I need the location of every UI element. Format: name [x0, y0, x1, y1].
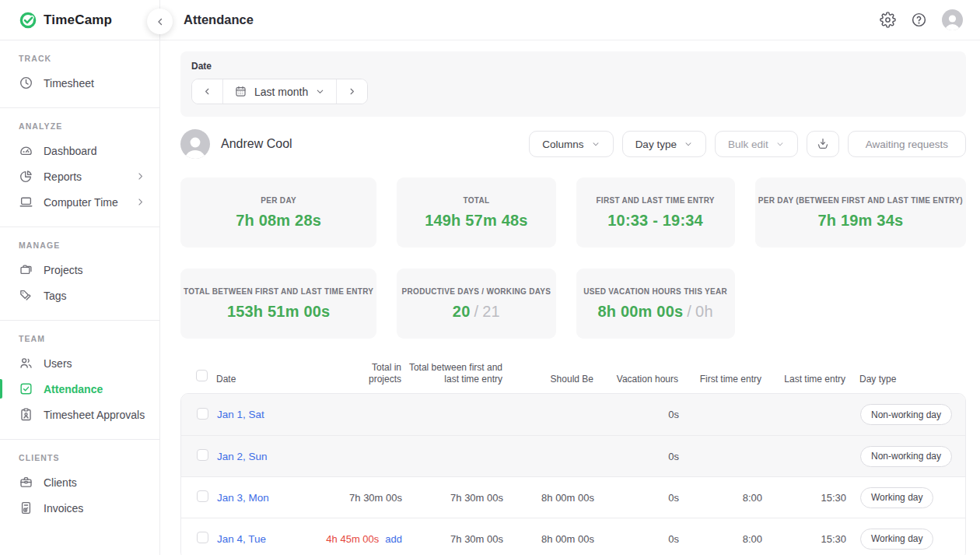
date-range-value: Last month: [254, 86, 308, 98]
stat-secondary: 0h: [695, 303, 713, 320]
row-checkbox[interactable]: [197, 449, 208, 461]
stat-primary: 149h 57m 48s: [425, 212, 528, 229]
stat-value: 7h 19m 34s: [817, 212, 903, 230]
user-avatar[interactable]: [942, 9, 963, 30]
export-download-icon: [816, 137, 830, 151]
date-link[interactable]: Jan 2, Sun: [217, 451, 268, 462]
sidebar-item-label: Timesheet: [44, 77, 94, 90]
under-hours-value: 4h 45m 00s: [326, 533, 379, 545]
stat-label: TOTAL BETWEEN FIRST AND LAST TIME ENTRY: [184, 287, 373, 296]
sidebar-section-clients: CLIENTS Clients Invoices: [0, 440, 159, 532]
help-icon[interactable]: [911, 12, 927, 28]
stat-value: 20/21: [453, 303, 500, 321]
tag-icon: [19, 288, 33, 303]
sidebar-item-label: Timesheet Approvals: [44, 409, 145, 421]
cell-total-between: 7h 30m 00s: [402, 533, 503, 545]
cell-vacation-hours: 0s: [594, 451, 679, 462]
row-checkbox[interactable]: [197, 532, 208, 543]
sidebar-item-dashboard[interactable]: Dashboard: [0, 138, 159, 163]
day-type-dropdown[interactable]: Day type: [622, 131, 706, 157]
day-type-pill[interactable]: Non-working day: [860, 404, 952, 425]
day-type-pill[interactable]: Working day: [860, 529, 933, 550]
brand-name: TimeCamp: [44, 12, 112, 28]
column-header-date: Date: [216, 374, 310, 385]
sidebar-item-clients[interactable]: Clients: [0, 469, 159, 495]
chevron-down-icon: [775, 139, 785, 149]
invoice-icon: [19, 501, 33, 515]
sidebar-item-reports[interactable]: Reports: [0, 163, 159, 189]
table-row: Jan 3, Mon 7h 30m 00s 7h 30m 00s 8h 00m …: [181, 476, 965, 518]
clock-icon: [19, 76, 33, 90]
page-title: Attendance: [184, 12, 254, 27]
timecamp-logo-icon: [19, 11, 37, 30]
day-type-pill[interactable]: Working day: [860, 487, 933, 508]
stat-primary: 153h 51m 00s: [227, 303, 331, 320]
stat-card-per-day-between: PER DAY (BETWEEN FIRST AND LAST TIME ENT…: [755, 177, 966, 248]
settings-gear-icon[interactable]: [880, 12, 896, 28]
stat-label: PRODUCTIVE DAYS / WORKING DAYS: [402, 287, 551, 296]
top-header: Attendance: [160, 0, 980, 40]
chevron-down-icon: [315, 86, 325, 97]
stat-value: 7h 08m 28s: [236, 212, 321, 230]
sidebar-item-attendance[interactable]: Attendance: [0, 376, 159, 402]
section-label: MANAGE: [0, 237, 159, 257]
add-time-link[interactable]: add: [385, 533, 402, 545]
awaiting-requests-label: Awaiting requests: [866, 139, 948, 150]
column-header-day-type: Day type: [845, 374, 966, 385]
columns-label: Columns: [542, 139, 583, 150]
section-label: ANALYZE: [0, 118, 159, 138]
pie-chart-icon: [19, 169, 33, 184]
table-row: Jan 1, Sat 0s Non-working day: [181, 394, 965, 435]
select-all-checkbox[interactable]: [196, 370, 208, 381]
sidebar-item-label: Attendance: [44, 383, 103, 395]
sidebar-item-computer-time[interactable]: Computer Time: [0, 189, 159, 215]
sidebar-item-invoices[interactable]: Invoices: [0, 495, 159, 521]
awaiting-requests-button[interactable]: Awaiting requests: [848, 131, 966, 157]
bulk-edit-dropdown[interactable]: Bulk edit: [715, 131, 798, 157]
date-filter-panel: Date Last month: [180, 51, 966, 117]
stat-separator: /: [474, 303, 479, 320]
stat-card-used-vacation: USED VACATION HOURS THIS YEAR 8h 00m 00s…: [576, 269, 735, 339]
sidebar: TimeCamp TRACK Timesheet ANALYZE Dashboa…: [0, 0, 160, 555]
export-download-button[interactable]: [807, 131, 839, 157]
stat-label: USED VACATION HOURS THIS YEAR: [583, 287, 727, 296]
sidebar-item-label: Users: [44, 357, 72, 370]
main-content: Date Last month: [160, 40, 980, 555]
cell-total-in-projects: 4h 45m 00sadd: [310, 533, 402, 545]
next-period-button[interactable]: [336, 79, 367, 104]
sidebar-section-team: TEAM Users Attendance Timesheet Approval…: [0, 321, 159, 440]
chevron-right-icon: [135, 197, 145, 207]
stat-card-total-between: TOTAL BETWEEN FIRST AND LAST TIME ENTRY …: [180, 269, 376, 339]
prev-period-button[interactable]: [192, 79, 222, 104]
date-range-dropdown[interactable]: Last month: [222, 79, 336, 104]
sidebar-item-label: Dashboard: [44, 145, 97, 157]
sidebar-item-tags[interactable]: Tags: [0, 283, 159, 308]
table-body: Jan 1, Sat 0s Non-working day Jan 2, Sun…: [180, 393, 966, 555]
sidebar-item-timesheet[interactable]: Timesheet: [0, 70, 159, 96]
sidebar-item-users[interactable]: Users: [0, 350, 159, 376]
stat-card-productive-days: PRODUCTIVE DAYS / WORKING DAYS 20/21: [397, 269, 555, 339]
date-link[interactable]: Jan 3, Mon: [217, 492, 269, 504]
stat-card-first-last-entry: FIRST AND LAST TIME ENTRY 10:33 - 19:34: [576, 177, 735, 248]
sidebar-section-track: TRACK Timesheet: [0, 40, 159, 108]
row-checkbox[interactable]: [197, 408, 208, 420]
sidebar-item-label: Clients: [44, 476, 77, 489]
sidebar-item-label: Computer Time: [44, 196, 118, 209]
cell-total-in-projects: 7h 30m 00s: [310, 492, 402, 504]
stat-secondary: 21: [482, 303, 500, 320]
sidebar-collapse-button[interactable]: [147, 9, 173, 34]
stat-card-total: TOTAL 149h 57m 48s: [397, 177, 555, 248]
date-link[interactable]: Jan 1, Sat: [217, 409, 264, 420]
stat-primary: 7h 08m 28s: [236, 212, 321, 229]
day-type-pill[interactable]: Non-working day: [860, 446, 952, 467]
sidebar-item-projects[interactable]: Projects: [0, 257, 159, 283]
date-link[interactable]: Jan 4, Tue: [217, 533, 266, 545]
cell-vacation-hours: 0s: [594, 533, 679, 545]
chevron-down-icon: [591, 139, 600, 149]
stat-value: 153h 51m 00s: [227, 303, 331, 321]
columns-dropdown[interactable]: Columns: [529, 131, 613, 157]
sidebar-item-timesheet-approvals[interactable]: Timesheet Approvals: [0, 402, 159, 427]
row-checkbox[interactable]: [197, 490, 208, 502]
logo[interactable]: TimeCamp: [0, 0, 159, 40]
cell-vacation-hours: 0s: [594, 409, 679, 420]
